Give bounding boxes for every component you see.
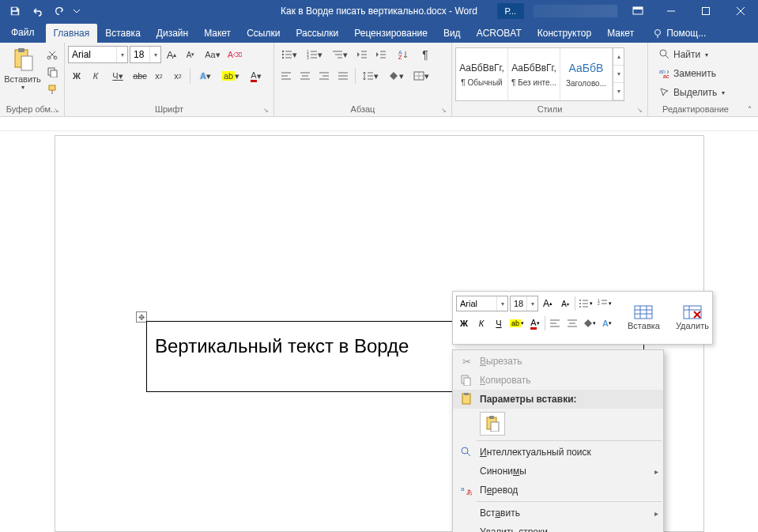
text-effects-button[interactable]: A▾ — [194, 67, 217, 85]
mt-align-center[interactable] — [564, 315, 580, 332]
table-move-handle[interactable]: ✥ — [136, 311, 147, 323]
chevron-down-icon[interactable]: ▾ — [526, 296, 537, 311]
qat-customize[interactable] — [71, 2, 82, 20]
tab-home[interactable]: Главная — [46, 24, 98, 43]
style-no-spacing[interactable]: АаБбВвГг,¶ Без инте... — [508, 48, 560, 100]
undo-button[interactable] — [27, 2, 47, 20]
maximize-button[interactable] — [688, 0, 723, 22]
mt-font-color[interactable]: A▾ — [527, 315, 543, 332]
collapse-ribbon-button[interactable]: ˄ — [742, 104, 756, 115]
find-button[interactable]: Найти▾ — [654, 46, 713, 63]
cm-smart-lookup[interactable]: Интеллектуальный поиск — [453, 443, 663, 462]
strikethrough-button[interactable]: abc — [131, 67, 149, 85]
mt-underline[interactable]: Ч — [491, 315, 507, 332]
cm-insert[interactable]: Вставить▸ — [453, 504, 663, 523]
justify-button[interactable] — [334, 67, 352, 85]
chevron-down-icon[interactable]: ▾ — [496, 296, 507, 311]
mt-numbering[interactable]: 12▾ — [596, 295, 613, 312]
tab-review[interactable]: Рецензирование — [346, 24, 436, 43]
tell-me-search[interactable]: Помощ... — [647, 24, 712, 43]
format-painter-button[interactable] — [43, 81, 61, 98]
tab-references[interactable]: Ссылки — [239, 24, 288, 43]
tab-view[interactable]: Вид — [436, 24, 469, 43]
tab-insert[interactable]: Вставка — [97, 24, 149, 43]
mt-bold[interactable]: Ж — [456, 315, 472, 332]
style-scroll-up[interactable]: ▴ — [613, 48, 624, 66]
line-spacing-button[interactable]: ▾ — [359, 67, 383, 85]
minimize-button[interactable] — [654, 0, 688, 22]
style-heading1[interactable]: АаБбВЗаголово... — [560, 48, 613, 100]
tab-acrobat[interactable]: ACROBAT — [469, 24, 530, 43]
highlight-button[interactable]: ab▾ — [219, 67, 243, 85]
bullets-button[interactable]: ▾ — [277, 46, 301, 63]
clipboard-launcher[interactable] — [51, 106, 61, 115]
align-right-button[interactable] — [315, 67, 333, 85]
font-color-button[interactable]: A▾ — [244, 67, 268, 85]
tab-file[interactable]: Файл — [0, 22, 46, 43]
mt-bullets[interactable]: ▾ — [577, 295, 594, 312]
sort-button[interactable]: AZ — [391, 46, 415, 63]
superscript-button[interactable]: x2 — [169, 67, 187, 85]
mt-shrink-font[interactable]: A▾ — [557, 295, 573, 312]
mt-styles[interactable]: A▾ — [599, 315, 615, 332]
align-left-button[interactable] — [277, 67, 295, 85]
bold-button[interactable]: Ж — [68, 67, 85, 85]
styles-launcher[interactable] — [635, 106, 644, 115]
paste-button[interactable]: Вставить ▾ — [3, 46, 42, 101]
mt-font-name-input[interactable] — [457, 299, 496, 308]
italic-button[interactable]: К — [87, 67, 104, 85]
paragraph-launcher[interactable] — [439, 106, 448, 115]
mt-highlight[interactable]: ab▾ — [508, 315, 526, 332]
font-size-combo[interactable]: ▾ — [130, 46, 161, 63]
style-normal[interactable]: АаБбВвГг,¶ Обычный — [456, 48, 508, 100]
increase-indent-button[interactable] — [372, 46, 390, 63]
cm-translate[interactable]: aあПеревод — [453, 481, 663, 500]
cut-button[interactable] — [43, 46, 61, 63]
mt-font-name-combo[interactable]: ▾ — [456, 296, 508, 311]
user-badge[interactable]: Р... — [497, 3, 524, 19]
shrink-font-button[interactable]: A▾ — [182, 46, 199, 63]
close-button[interactable] — [723, 0, 758, 22]
style-scroll-down[interactable]: ▾ — [613, 66, 624, 83]
mt-delete-table[interactable]: Удалить — [669, 292, 715, 344]
chevron-down-icon[interactable]: ▾ — [149, 47, 160, 62]
select-button[interactable]: Выделить▾ — [654, 84, 730, 101]
mt-shading[interactable]: ▾ — [582, 315, 598, 332]
style-expand[interactable]: ▾ — [613, 83, 624, 100]
ribbon-display-options[interactable] — [622, 0, 654, 22]
mt-align-left[interactable] — [547, 315, 563, 332]
underline-button[interactable]: Ч▾ — [106, 67, 130, 85]
show-marks-button[interactable]: ¶ — [417, 46, 434, 63]
tab-table-design[interactable]: Конструктор — [530, 24, 599, 43]
document-text[interactable]: Вертикальный текст в Ворде — [155, 335, 409, 357]
shading-button[interactable]: ▾ — [384, 67, 408, 85]
mt-grow-font[interactable]: A▴ — [540, 295, 556, 312]
change-case-button[interactable]: Aa▾ — [201, 46, 224, 63]
tab-design[interactable]: Дизайн — [149, 24, 196, 43]
font-size-input[interactable] — [130, 49, 149, 60]
clear-formatting-button[interactable]: A⌫ — [226, 46, 243, 63]
font-name-combo[interactable]: ▾ — [68, 46, 128, 63]
cm-delete-rows[interactable]: Удалить строки — [453, 523, 663, 532]
decrease-indent-button[interactable] — [353, 46, 371, 63]
copy-button[interactable] — [43, 63, 61, 81]
chevron-down-icon[interactable]: ▾ — [116, 47, 127, 62]
mt-italic[interactable]: К — [473, 315, 489, 332]
align-center-button[interactable] — [296, 67, 314, 85]
font-name-input[interactable] — [69, 49, 116, 60]
subscript-button[interactable]: x2 — [150, 67, 168, 85]
cm-synonyms[interactable]: Синонимы▸ — [453, 462, 663, 481]
cm-paste-keep-source[interactable] — [480, 412, 505, 436]
mt-font-size-combo[interactable]: ▾ — [510, 296, 538, 311]
font-launcher[interactable] — [261, 106, 270, 115]
borders-button[interactable]: ▾ — [409, 67, 433, 85]
replace-button[interactable]: abacЗаменить — [654, 65, 721, 82]
multilevel-list-button[interactable]: ▾ — [328, 46, 352, 63]
redo-button[interactable] — [49, 2, 70, 20]
tab-table-layout[interactable]: Макет — [599, 24, 642, 43]
tab-mailings[interactable]: Рассылки — [288, 24, 346, 43]
tab-layout[interactable]: Макет — [196, 24, 239, 43]
mt-insert-table[interactable]: Вставка — [621, 292, 666, 344]
mt-font-size-input[interactable] — [511, 299, 526, 308]
save-button[interactable] — [5, 2, 25, 20]
